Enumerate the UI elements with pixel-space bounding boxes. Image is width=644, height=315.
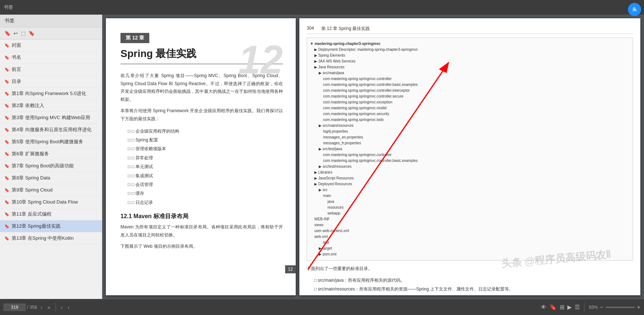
page-input[interactable] <box>4 304 26 311</box>
main-container: 书签 🔖 ↩ ⬚ 🔖 🔖封面🔖书名🔖前言🔖目录🔖第1章 向Spring Fram… <box>0 15 644 299</box>
sidebar-icon-4[interactable]: 🔖 <box>28 30 35 36</box>
tree-item-4: ▶ Java Resources <box>310 64 630 70</box>
tree-item-25: ▶ src <box>310 187 630 193</box>
left-bullet-7: □ 缓存 <box>120 189 283 198</box>
right-chapter-ref: 第 12 章 Spring 最佳实践 <box>321 26 370 32</box>
sidebar-icon-3[interactable]: ⬚ <box>21 30 26 36</box>
bottom-icons: 👁 🔖 ⊞ ▶ ☰ 83% − + <box>541 303 640 312</box>
tree-item-18: ▶ src/test/java <box>310 146 630 152</box>
sidebar-item-6[interactable]: 🔖第3章 使用Spring MVC 构建Web应用 <box>0 112 102 124</box>
sidebar-item-11[interactable]: 🔖第8章 Spring Data <box>0 172 102 184</box>
tree-item-21: ▶ src/test/resources <box>310 164 630 170</box>
sidebar-item-9[interactable]: 🔖第6章 扩展微服务 <box>0 148 102 160</box>
bookmark-icon-11: 🔖 <box>4 176 9 181</box>
tree-item-3: ▶ JAX-WS Web Services <box>310 58 630 64</box>
tree-item-11: com.mastering.spring.springmvc.model <box>310 105 630 111</box>
nav-last-btn[interactable]: » <box>46 304 52 311</box>
tree-item-16: messages_en.properties <box>310 134 630 140</box>
page-total-count: 358 <box>30 305 37 310</box>
right-bullet-2: □ src/main/webapp：Web 应用程序相关的所有资源——视图文件（… <box>307 293 633 295</box>
content-area: 第 12 章 12 Spring 最佳实践 前几章介绍了大量 Spring 项目… <box>102 15 644 299</box>
right-page-header: 304 第 12 章 Spring 最佳实践 <box>307 26 633 34</box>
tree-item-35: ▶ target <box>310 246 630 251</box>
tree-item-6: com.mastering.spring.springmvc.controlle… <box>310 76 630 82</box>
left-bullet-8: □ 日志记录 <box>120 198 283 207</box>
sidebar-header: 书签 <box>0 15 102 27</box>
sidebar-item-8[interactable]: 🔖第5章 使用Spring Boot构建微服务 <box>0 136 102 148</box>
zoom-control: 83% − + <box>589 304 640 311</box>
menu-icon[interactable]: ☰ <box>575 304 580 311</box>
bookmark-icon[interactable]: 🔖 <box>549 304 557 311</box>
bottom-bar: / 358 › » ‹ › 👁 🔖 ⊞ ▶ ☰ 83% − + <box>0 299 644 315</box>
pdf-page-left: 第 12 章 12 Spring 最佳实践 前几章介绍了大量 Spring 项目… <box>106 18 296 295</box>
bookmark-icon-3: 🔖 <box>4 79 9 84</box>
sidebar-item-2[interactable]: 🔖前言 <box>0 64 102 76</box>
tree-item-1: ▶ Deployment Descriptor: mastering-sprin… <box>310 47 630 53</box>
bookmark-icon-5: 🔖 <box>4 103 9 108</box>
sidebar-icon-1[interactable]: 🔖 <box>4 30 11 36</box>
right-page-number: 304 <box>307 26 314 32</box>
tree-item-17: messages_fr.properties <box>310 140 630 146</box>
nav-next-btn[interactable]: › <box>39 304 44 311</box>
bookmark-icon-0: 🔖 <box>4 43 9 48</box>
sidebar-item-1[interactable]: 🔖书名 <box>0 52 102 64</box>
zoom-level: 83% <box>589 305 598 310</box>
sidebar-item-16[interactable]: 🔖第13章 在Spring 中使用Kotlin <box>0 232 102 244</box>
tree-item-36: ▶ pom.xml <box>310 251 630 257</box>
bookmark-icon-15: 🔖 <box>4 224 9 229</box>
bookmark-icon-12: 🔖 <box>4 188 9 193</box>
top-bar: 书签 × <box>0 0 644 15</box>
bookmark-icon-13: 🔖 <box>4 200 9 205</box>
sidebar-items-list: 🔖封面🔖书名🔖前言🔖目录🔖第1章 向Spring Framework 5.0进化… <box>0 39 102 299</box>
bookmark-icon-8: 🔖 <box>4 140 9 144</box>
tree-item-23: ▶ JavaScript Resources <box>310 175 630 181</box>
zoom-plus-btn[interactable]: + <box>637 304 640 311</box>
left-bullet-5: □ 集成测试 <box>120 171 283 180</box>
bookmark-icon-16: 🔖 <box>4 236 9 241</box>
sidebar-item-4[interactable]: 🔖第1章 向Spring Framework 5.0进化 <box>0 88 102 100</box>
sidebar-item-7[interactable]: 🔖第4章 向微服务和云原生应用程序进化 <box>0 124 102 136</box>
tree-item-27: java <box>310 199 630 205</box>
pdf-page-right: 304 第 12 章 Spring 最佳实践 ▼ mastering-sprin… <box>299 18 640 295</box>
nav-back-btn[interactable]: ‹ <box>60 304 64 311</box>
user-avatar: 头 <box>628 3 641 16</box>
tree-item-30: WEB-INF <box>310 216 630 222</box>
sidebar-item-0[interactable]: 🔖封面 <box>0 39 102 52</box>
sidebar-item-5[interactable]: 🔖第2章 依赖注入 <box>0 100 102 112</box>
toolbar-separator-2 <box>584 303 584 312</box>
bookmark-icon-6: 🔖 <box>4 115 9 120</box>
window-title: 书签 <box>4 4 634 11</box>
page-navigation: / 358 <box>4 304 37 311</box>
tree-item-9: com.mastering.spring.springmvc.controlle… <box>310 94 630 99</box>
play-icon[interactable]: ▶ <box>567 304 572 311</box>
toolbar-separator-1 <box>55 303 56 312</box>
sidebar-item-14[interactable]: 🔖第11章 反应式编程 <box>0 208 102 220</box>
below-tree-text: 下面列出了一些重要的标准目录。 <box>307 265 633 273</box>
tree-item-10: com.mastering.spring.springmvc.exception <box>310 99 630 105</box>
right-bullet-0: □ src/main/java：所有应用程序相关的源代码。 <box>307 276 633 285</box>
tree-item-24: ▶ Deployed Resources <box>310 181 630 187</box>
sidebar-item-10[interactable]: 🔖第7章 Spring Boot的高级功能 <box>0 160 102 172</box>
section-title-1: 12.1 Maven 标准目录布局 <box>120 213 283 220</box>
sidebar-item-13[interactable]: 🔖第10章 Spring Cloud Data Flow <box>0 196 102 208</box>
eye-icon[interactable]: 👁 <box>541 304 547 311</box>
right-bullets-list: □ src/main/java：所有应用程序相关的源代码。□ src/main/… <box>307 276 633 295</box>
sidebar-item-12[interactable]: 🔖第9章 Spring Cloud <box>0 184 102 196</box>
left-bullet-2: □ 管理依赖项版本 <box>120 144 283 153</box>
sidebar-item-3[interactable]: 🔖目录 <box>0 76 102 88</box>
sidebar-item-15[interactable]: 🔖第12章 Spring最佳实践 <box>0 220 102 232</box>
nav-forward-btn[interactable]: › <box>66 304 71 311</box>
sidebar-icon-2[interactable]: ↩ <box>14 30 18 36</box>
tree-item-13: com.mastering.spring.springmvc.todo <box>310 117 630 123</box>
bookmark-icon-7: 🔖 <box>4 128 9 132</box>
right-bullet-1: □ src/main/resources：所有应用程序相关的资源——Spring… <box>307 285 633 293</box>
bookmark-icon-2: 🔖 <box>4 67 9 72</box>
zoom-minus-btn[interactable]: − <box>600 304 603 311</box>
zoom-slider[interactable] <box>606 307 635 308</box>
section-text-1: Maven 为所有项目定义了一种标准目录布局。各种项目采用此布局后，将有助于开发… <box>120 223 283 239</box>
tree-item-34: test <box>310 240 630 246</box>
grid-icon[interactable]: ⊞ <box>560 304 564 311</box>
chapter-title: 12 Spring 最佳实践 <box>120 47 283 64</box>
left-bullet-0: □ 企业级应用程序的结构 <box>120 127 283 136</box>
section-text-2: 下图展示了 Web 项目的示例目录布局。 <box>120 243 283 251</box>
